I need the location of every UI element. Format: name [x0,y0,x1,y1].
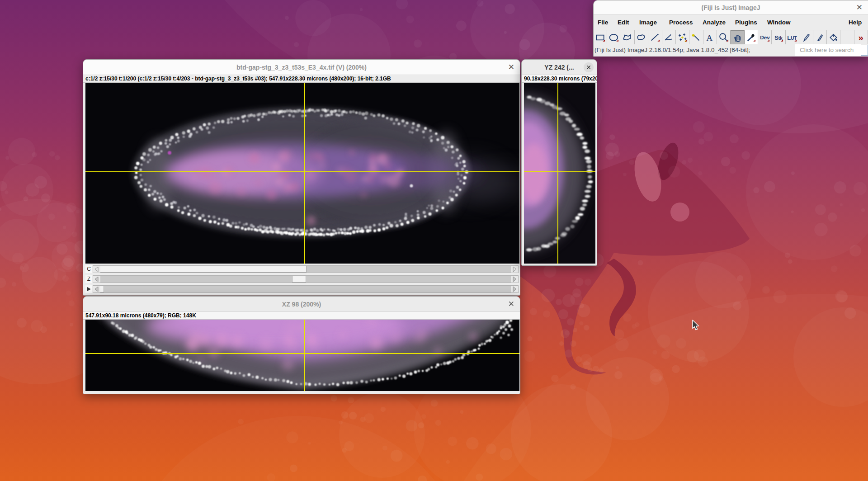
svg-text:»: » [859,32,863,42]
svg-text:LUT: LUT [788,34,797,41]
svg-text:Dev: Dev [760,34,770,41]
svg-text:Stk: Stk [774,34,783,41]
svg-text:A: A [707,33,713,42]
